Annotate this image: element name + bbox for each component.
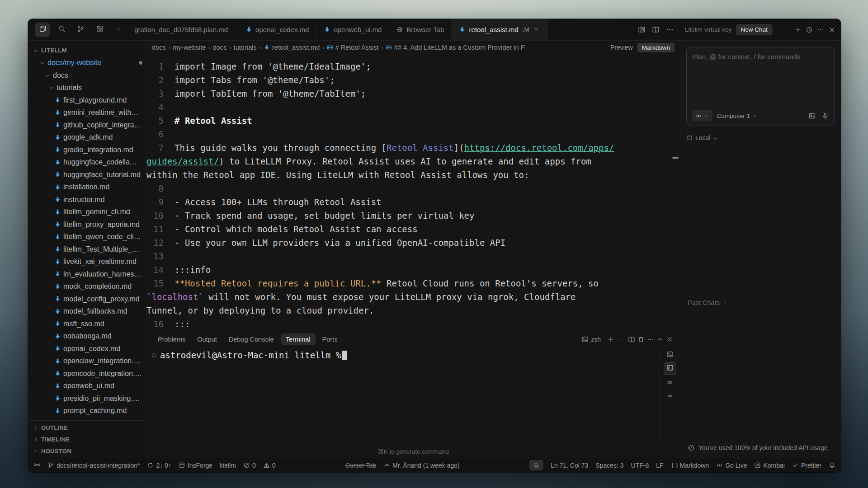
sidebar-section-header[interactable]: OUTLINE (28, 422, 146, 433)
activity-button[interactable] (54, 23, 69, 37)
shell-label[interactable]: zsh (591, 336, 601, 343)
tree-item[interactable]: mock_completion.md (28, 281, 146, 293)
open-preview-icon[interactable] (638, 26, 646, 33)
breadcrumb-item[interactable]: › docs (208, 44, 226, 51)
ellipsis-icon[interactable] (817, 26, 824, 33)
ellipsis-icon[interactable] (666, 26, 674, 33)
close-icon[interactable] (828, 26, 835, 33)
activity-button[interactable] (111, 23, 126, 37)
chat-input[interactable]: Plan, @ for context, / for commands ∞ Co… (686, 47, 835, 126)
tree-item[interactable]: gradio_integration.md (28, 144, 146, 156)
plus-icon[interactable] (794, 26, 802, 33)
close-icon[interactable] (666, 336, 673, 343)
split-editor-icon[interactable] (652, 26, 660, 33)
tree-item[interactable]: openclaw_integration.md (28, 355, 146, 368)
terminal-instance[interactable]: ∞ (664, 376, 676, 388)
status-item[interactable]: LF (656, 462, 663, 469)
status-item[interactable]: Go Live (716, 462, 747, 469)
status-item[interactable] (529, 460, 543, 470)
tree-item[interactable]: litellm_qwen_code_cli.md (28, 231, 146, 244)
tree-item[interactable]: gemini_realtime_with_a... (28, 107, 146, 119)
tree-item[interactable]: provider_specific_para... (28, 417, 146, 420)
scrollbar-marker[interactable] (672, 157, 679, 159)
status-item[interactable]: Kombai (754, 462, 784, 469)
editor-tab[interactable]: openweb_ui.md (316, 19, 389, 40)
panel-tab[interactable]: Output (192, 333, 222, 345)
status-item[interactable]: 2↓ 0↑ (147, 462, 171, 469)
preview-toggle[interactable]: Preview (610, 44, 633, 51)
split-editor-icon[interactable] (628, 336, 635, 343)
history-icon[interactable] (806, 26, 813, 33)
tree-item[interactable]: docs (28, 69, 146, 82)
tree-item[interactable]: lm_evaluation_harness.... (28, 268, 146, 281)
tree-item[interactable]: huggingface_codellama... (28, 156, 146, 169)
tree-item[interactable]: litellm_Test_Multiple_Pr... (28, 243, 146, 256)
tree-item[interactable]: huggingface_tutorial.md (28, 169, 146, 181)
chevron-up-icon[interactable] (656, 336, 664, 343)
past-chats-toggle[interactable]: Past Chats (688, 299, 727, 306)
editor-tab[interactable]: openai_codex.md (238, 19, 316, 40)
status-item[interactable]: InsForge (179, 462, 212, 469)
panel-tab[interactable]: Ports (317, 333, 343, 345)
breadcrumb-item[interactable]: › my-website (169, 44, 206, 51)
activity-button[interactable] (35, 23, 50, 37)
tree-item[interactable]: openweb_ui.md (28, 380, 146, 393)
markdown-mode-button[interactable]: Markdown (637, 43, 675, 52)
tree-item[interactable]: litellm_gemini_cli.md (28, 206, 146, 219)
breadcrumb-item[interactable]: › # Retool Assist (322, 44, 378, 51)
tree-item[interactable]: docs/my-website (28, 57, 146, 70)
tree-item[interactable]: instructor.md (28, 193, 146, 206)
editor-tab[interactable]: retool_assist.md ↓M (452, 19, 548, 40)
breadcrumb-item[interactable]: › retool_assist.md (259, 44, 320, 51)
status-item[interactable]: 0 (263, 462, 276, 469)
code-editor[interactable]: 1 import Image from '@theme/IdealImage';… (146, 54, 680, 331)
status-item[interactable]: UTF-8 (631, 462, 649, 469)
image-icon[interactable] (808, 112, 816, 120)
sidebar-section-header[interactable]: HOUSTON (28, 445, 146, 457)
panel-tab[interactable]: Terminal (281, 333, 316, 345)
mic-icon[interactable] (821, 112, 829, 120)
chat-tab-previous[interactable]: Litellm virtual key (685, 26, 732, 33)
status-item[interactable]: docs/retool-assist-integration* (47, 462, 140, 469)
tree-item[interactable]: model_fallbacks.md (28, 305, 146, 318)
tree-item[interactable]: opencode_integration.md (28, 367, 146, 380)
breadcrumb-item[interactable]: › ## 4. Add LiteLLM as a Custom Provider… (382, 44, 525, 51)
tree-item[interactable]: google_adk.md (28, 131, 146, 144)
tree-item[interactable]: oobabooga.md (28, 330, 146, 343)
tree-item[interactable]: installation.md (28, 181, 146, 194)
close-icon[interactable] (533, 26, 540, 33)
status-item[interactable]: Mr. Ånand (1 week ago) (383, 462, 460, 469)
tree-item[interactable]: msft_sso.md (28, 318, 146, 330)
editor-tab[interactable]: Browser Tab (389, 19, 452, 40)
terminal-instance[interactable] (664, 349, 676, 361)
panel-tab[interactable]: Debug Console (224, 333, 279, 345)
tree-item[interactable]: github_copilot_integrati... (28, 119, 146, 131)
status-item[interactable]: >< (33, 462, 40, 469)
editor-tab[interactable]: gration_doc_d075fd58.plan.md (132, 19, 238, 40)
local-selector[interactable]: Local (686, 134, 835, 141)
agent-mode-selector[interactable]: ∞ (692, 110, 712, 121)
status-item[interactable] (829, 462, 835, 469)
terminal-instance[interactable] (664, 363, 676, 375)
terminal-instance[interactable]: ∞ (664, 390, 676, 402)
tree-item[interactable]: first_playground.md (28, 94, 146, 107)
new-chat-tab[interactable]: New Chat (736, 24, 773, 35)
sidebar-section-header[interactable]: TIMELINE (28, 433, 146, 445)
plus-icon[interactable] (607, 336, 614, 343)
tree-item[interactable]: openai_codex.md (28, 343, 146, 355)
status-item[interactable]: 0 (243, 462, 256, 469)
tree-item[interactable]: LITELLM (28, 44, 146, 57)
activity-button[interactable] (92, 23, 107, 37)
tree-item[interactable]: model_config_proxy.md (28, 293, 146, 305)
terminal-output[interactable]: astrodevil@Astro-Mac-mini litellm % (146, 347, 659, 445)
status-item[interactable]: { } Markdown (671, 462, 709, 469)
trash-icon[interactable] (637, 336, 645, 343)
tree-item[interactable]: prompt_caching.md (28, 405, 146, 418)
ellipsis-icon[interactable] (647, 336, 654, 343)
tree-item[interactable]: litellm_proxy_aporia.md (28, 218, 146, 231)
breadcrumb-item[interactable]: docs (152, 44, 166, 51)
model-selector[interactable]: Composer 1 (717, 113, 758, 119)
tree-item[interactable]: presidio_pii_masking.md (28, 392, 146, 405)
activity-button[interactable] (73, 23, 88, 37)
status-item[interactable]: Prettier (792, 462, 821, 469)
